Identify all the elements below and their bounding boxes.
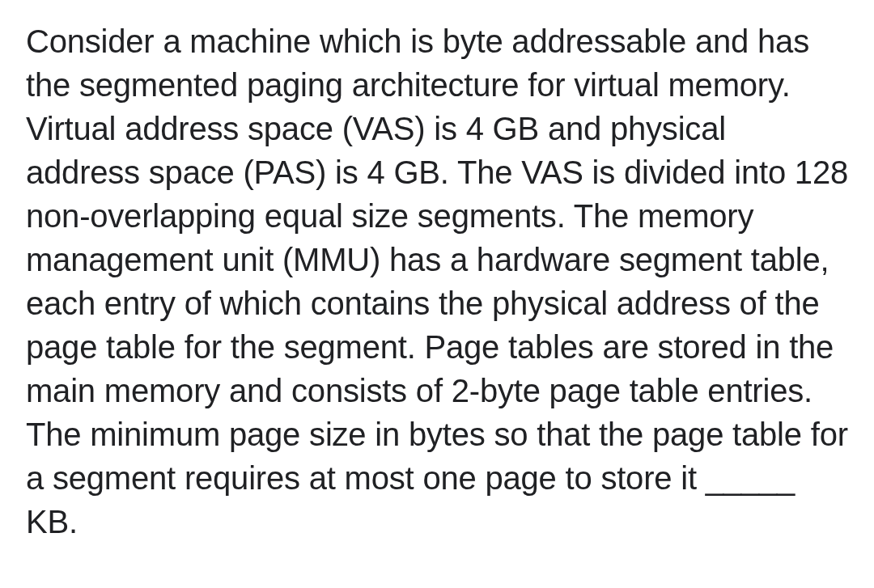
question-text: Consider a machine which is byte address… bbox=[26, 19, 848, 544]
